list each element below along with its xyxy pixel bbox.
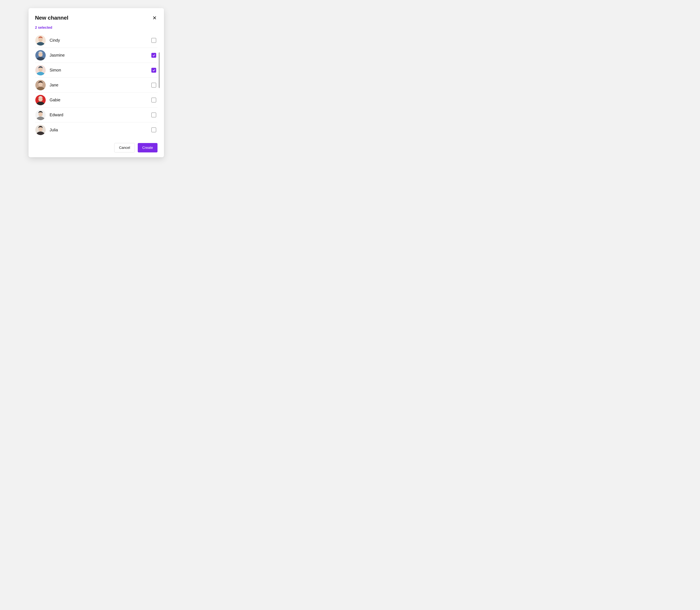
user-checkbox[interactable]	[151, 53, 156, 58]
svg-point-23	[38, 112, 43, 116]
user-list-wrapper: Cindy Jasmine Simon Jane Gabie Edward	[35, 33, 160, 138]
user-checkbox[interactable]	[151, 98, 156, 102]
svg-point-7	[38, 52, 43, 57]
modal-footer: Cancel Create	[35, 138, 157, 152]
user-row[interactable]: Edward	[35, 108, 157, 123]
user-row[interactable]: Simon	[35, 63, 157, 78]
user-name: Edward	[50, 113, 151, 117]
user-row[interactable]: Gabie	[35, 93, 157, 108]
user-checkbox[interactable]	[151, 83, 156, 87]
user-row[interactable]: Julia	[35, 123, 157, 137]
user-name: Julia	[50, 128, 151, 132]
user-name: Cindy	[50, 38, 151, 43]
close-button[interactable]	[152, 15, 157, 21]
svg-point-11	[38, 67, 43, 72]
avatar	[35, 125, 46, 135]
user-list[interactable]: Cindy Jasmine Simon Jane Gabie Edward	[35, 33, 157, 138]
user-checkbox[interactable]	[151, 68, 156, 73]
selected-count-label: 2 selected	[35, 26, 157, 30]
avatar	[35, 80, 46, 90]
user-name: Simon	[50, 68, 151, 73]
user-row[interactable]: Jane	[35, 78, 157, 93]
avatar	[35, 110, 46, 120]
check-icon	[152, 54, 155, 57]
user-row[interactable]: Cindy	[35, 33, 157, 48]
check-icon	[152, 68, 155, 72]
cancel-button[interactable]: Cancel	[114, 143, 135, 152]
user-name: Jane	[50, 83, 151, 87]
modal-title: New channel	[35, 15, 68, 21]
avatar	[35, 95, 46, 105]
create-button[interactable]: Create	[138, 143, 157, 152]
user-checkbox[interactable]	[151, 38, 156, 43]
user-checkbox[interactable]	[151, 127, 156, 132]
user-name: Gabie	[50, 98, 151, 102]
avatar	[35, 35, 46, 46]
new-channel-modal: New channel 2 selected Cindy Jasmine Sim…	[29, 8, 164, 157]
svg-point-15	[38, 82, 43, 86]
scrollbar-thumb[interactable]	[159, 52, 160, 88]
user-name: Jasmine	[50, 53, 151, 58]
svg-point-3	[38, 38, 43, 42]
svg-point-27	[38, 127, 43, 131]
user-row[interactable]: Jasmine	[35, 48, 157, 63]
modal-header: New channel	[35, 15, 157, 21]
close-icon	[152, 16, 157, 20]
svg-point-19	[38, 97, 43, 101]
avatar	[35, 50, 46, 61]
user-checkbox[interactable]	[151, 113, 156, 117]
avatar	[35, 65, 46, 75]
